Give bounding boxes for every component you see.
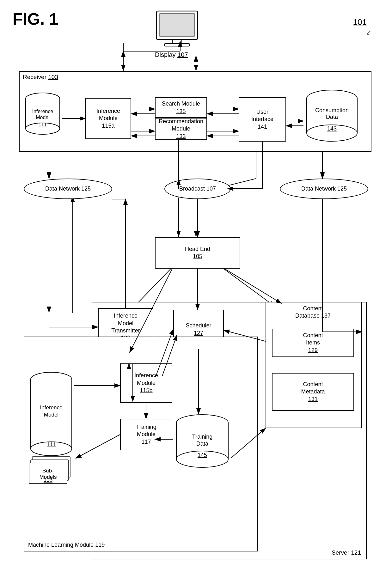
display-icon xyxy=(152,9,202,51)
svg-text:Data: Data xyxy=(196,441,209,447)
svg-rect-47 xyxy=(160,14,194,36)
ref-arrow-icon: ↙ xyxy=(366,28,371,37)
svg-text:113: 113 xyxy=(44,477,52,483)
svg-text:143: 143 xyxy=(327,125,337,132)
display-label: Display 107 xyxy=(155,51,188,58)
svg-text:Data: Data xyxy=(326,114,338,120)
svg-text:111: 111 xyxy=(47,441,56,447)
server-label: Server 121 xyxy=(332,549,361,556)
data-network-right-ellipse: Data Network 125 xyxy=(280,179,368,199)
search-module-box: Search Module 135 xyxy=(155,97,207,118)
user-interface-box: UserInterface 141 xyxy=(239,97,286,142)
receiver-label: Receiver 103 xyxy=(23,74,58,81)
svg-text:Model: Model xyxy=(44,412,58,418)
svg-text:Inference: Inference xyxy=(40,405,63,411)
svg-text:Sub-: Sub- xyxy=(42,468,54,474)
recommendation-module-box: RecommendationModule 133 xyxy=(155,118,207,140)
inference-model-bottom-cylinder: Inference Model 111 Sub- Models 113 xyxy=(28,343,74,514)
svg-text:Consumption: Consumption xyxy=(315,107,349,113)
inference-module-bottom-box: InferenceModule 115b xyxy=(120,363,172,403)
ml-module-label: Machine Learning Module 119 xyxy=(28,542,105,548)
svg-text:Model: Model xyxy=(36,115,50,120)
figure-title: FIG. 1 xyxy=(13,9,58,28)
svg-rect-49 xyxy=(164,44,190,46)
svg-line-117 xyxy=(224,269,281,303)
figure-ref-num: 101 xyxy=(353,17,367,27)
broadcast-ellipse: Broadcast 107 xyxy=(164,179,231,199)
svg-text:Inference: Inference xyxy=(32,109,53,114)
consumption-data-cylinder: Consumption Data 143 xyxy=(303,89,360,146)
svg-text:145: 145 xyxy=(198,452,207,458)
diagram-container: FIG. 1 101 ↙ Display 107 Receiver 103 xyxy=(0,0,392,578)
training-data-cylinder: Training Data 145 xyxy=(173,414,232,472)
head-end-box: Head End 105 xyxy=(155,237,240,269)
inference-module-top-box: InferenceModule 115a xyxy=(85,98,131,139)
content-metadata-box: ContentMetadata 131 xyxy=(272,373,354,411)
content-items-box: ContentItems 129 xyxy=(272,329,354,357)
data-network-left-ellipse: Data Network 125 xyxy=(24,179,112,199)
content-database-label: ContentDatabase 137 xyxy=(269,305,357,320)
inference-model-top-cylinder: Inference Model 111 xyxy=(24,92,62,137)
svg-text:111: 111 xyxy=(39,122,47,127)
training-module-box: TrainingModule 117 xyxy=(120,419,172,450)
svg-line-29 xyxy=(215,262,275,307)
svg-text:Training: Training xyxy=(192,434,212,440)
